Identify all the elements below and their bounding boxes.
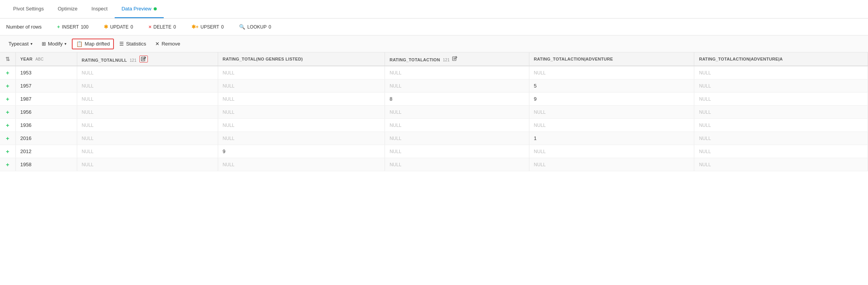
null-value: NULL <box>82 136 94 141</box>
tab-optimize[interactable]: Optimize <box>51 0 85 18</box>
th-rating-totalaction-adventure-a[interactable]: RATING_TOTALACTION|ADVENTURE|A <box>694 52 868 66</box>
cell-year: 1953 <box>15 66 77 79</box>
lookup-label: LOOKUP <box>247 24 266 30</box>
cell-rating_totalaction: NULL <box>385 132 529 145</box>
typecast-chevron-icon: ▾ <box>31 42 32 46</box>
null-value: NULL <box>534 110 546 115</box>
add-row-cell[interactable]: + <box>0 158 15 171</box>
table-row: +1953NULLNULLNULLNULLNULL <box>0 66 868 79</box>
null-value: NULL <box>390 162 402 167</box>
add-row-cell[interactable]: + <box>0 119 15 132</box>
remove-icon: ✕ <box>155 41 159 47</box>
add-row-cell[interactable]: + <box>0 145 15 158</box>
null-value: NULL <box>699 162 711 167</box>
col-map-icon[interactable] <box>452 56 458 61</box>
cell-year: 1936 <box>15 119 77 132</box>
insert-label: INSERT <box>62 24 79 30</box>
add-row-cell[interactable]: + <box>0 93 15 106</box>
table-row: +1958NULLNULLNULLNULLNULL <box>0 158 868 171</box>
null-value: NULL <box>390 149 402 154</box>
cell-rating_totalaction: NULL <box>385 66 529 79</box>
cell-rating_totalnull: NULL <box>77 158 218 171</box>
null-value: NULL <box>223 70 235 76</box>
cell-rating_totalaction_adventure: 9 <box>529 93 694 106</box>
null-value: NULL <box>534 149 546 154</box>
table-row: +1936NULLNULLNULLNULLNULL <box>0 119 868 132</box>
th-rating-totalaction-adventure[interactable]: RATING_TOTALACTION|ADVENTURE <box>529 52 694 66</box>
cell-rating_total_no_genres: NULL <box>218 119 385 132</box>
null-value: NULL <box>390 70 402 76</box>
add-row-icon[interactable]: + <box>6 69 9 76</box>
cell-rating_total_no_genres: NULL <box>218 79 385 93</box>
table-row: +1956NULLNULLNULLNULLNULL <box>0 106 868 119</box>
statistics-button[interactable]: ☰ Statistics <box>115 39 150 49</box>
th-rating-total-no-genres[interactable]: RATING_TOTAL(NO GENRES LISTED) <box>218 52 385 66</box>
null-value: NULL <box>699 149 711 154</box>
data-table: ⇅ YEAR abc RATING_TOTALNULL 121 RA <box>0 52 868 171</box>
remove-button[interactable]: ✕ Remove <box>151 39 184 49</box>
cell-year: 1987 <box>15 93 77 106</box>
update-label: UPDATE <box>110 24 129 30</box>
cell-rating_totalnull: NULL <box>77 93 218 106</box>
add-row-cell[interactable]: + <box>0 132 15 145</box>
add-row-icon[interactable]: + <box>6 122 9 128</box>
add-row-cell[interactable]: + <box>0 79 15 93</box>
map-drifted-button[interactable]: 📋 Map drifted <box>72 39 114 49</box>
th-sort[interactable]: ⇅ <box>0 52 15 66</box>
map-drifted-col-icon[interactable] <box>139 56 148 62</box>
cell-rating_totalaction_adventure_a: NULL <box>694 66 868 79</box>
col-map-svg-icon <box>452 56 458 61</box>
cell-rating_totalaction: NULL <box>385 106 529 119</box>
cell-rating_totalaction_adventure: NULL <box>529 158 694 171</box>
delete-label: DELETE <box>153 24 171 30</box>
add-row-icon[interactable]: + <box>6 96 9 102</box>
upsert-stat: ✱+ UPSERT 0 <box>192 24 224 30</box>
add-row-cell[interactable]: + <box>0 106 15 119</box>
update-icon: ✱ <box>104 24 108 30</box>
null-value: NULL <box>223 96 235 102</box>
cell-rating_total_no_genres: NULL <box>218 132 385 145</box>
tab-data-preview[interactable]: Data Preview <box>115 0 164 18</box>
cell-rating_totalaction_adventure_a: NULL <box>694 93 868 106</box>
null-value: NULL <box>534 70 546 76</box>
null-value: NULL <box>390 123 402 128</box>
insert-icon: + <box>57 24 60 30</box>
tab-pivot-settings[interactable]: Pivot Settings <box>6 0 51 18</box>
typecast-button[interactable]: Typecast ▾ <box>5 39 36 49</box>
table-row: +2012NULL9NULLNULLNULL <box>0 145 868 158</box>
toolbar: Typecast ▾ ⊞ Modify ▾ 📋 Map drifted ☰ St… <box>0 35 868 52</box>
th-year[interactable]: YEAR abc <box>15 52 77 66</box>
statistics-label: Statistics <box>126 41 146 47</box>
cell-rating_totalnull: NULL <box>77 106 218 119</box>
data-preview-dot <box>154 7 157 10</box>
delete-stat: × DELETE 0 <box>149 24 176 30</box>
th-rating-totalaction[interactable]: RATING_TOTALACTION 121 <box>385 52 529 66</box>
null-value: NULL <box>534 123 546 128</box>
add-row-icon[interactable]: + <box>6 161 9 168</box>
tab-inspect[interactable]: Inspect <box>85 0 115 18</box>
th-rating-totalnull[interactable]: RATING_TOTALNULL 121 <box>77 52 218 66</box>
add-row-icon[interactable]: + <box>6 135 9 142</box>
add-row-cell[interactable]: + <box>0 66 15 79</box>
delete-icon: × <box>149 24 152 30</box>
add-row-icon[interactable]: + <box>6 148 9 155</box>
null-value: NULL <box>699 96 711 102</box>
null-value: NULL <box>699 123 711 128</box>
add-row-icon[interactable]: + <box>6 83 9 89</box>
map-drifted-svg-icon <box>141 56 146 62</box>
delete-value: 0 <box>173 24 176 30</box>
modify-button[interactable]: ⊞ Modify ▾ <box>38 39 70 49</box>
cell-year: 2012 <box>15 145 77 158</box>
null-value: NULL <box>82 83 94 89</box>
null-value: NULL <box>82 162 94 167</box>
add-row-icon[interactable]: + <box>6 109 9 115</box>
insert-stat: + INSERT 100 <box>57 24 88 30</box>
upsert-icon: ✱+ <box>192 24 199 30</box>
remove-label: Remove <box>161 41 180 47</box>
cell-year: 1958 <box>15 158 77 171</box>
cell-rating_totalaction: NULL <box>385 158 529 171</box>
cell-rating_totalaction_adventure: NULL <box>529 145 694 158</box>
data-table-container: ⇅ YEAR abc RATING_TOTALNULL 121 RA <box>0 52 868 285</box>
null-value: NULL <box>82 149 94 154</box>
cell-rating_totalaction: NULL <box>385 145 529 158</box>
